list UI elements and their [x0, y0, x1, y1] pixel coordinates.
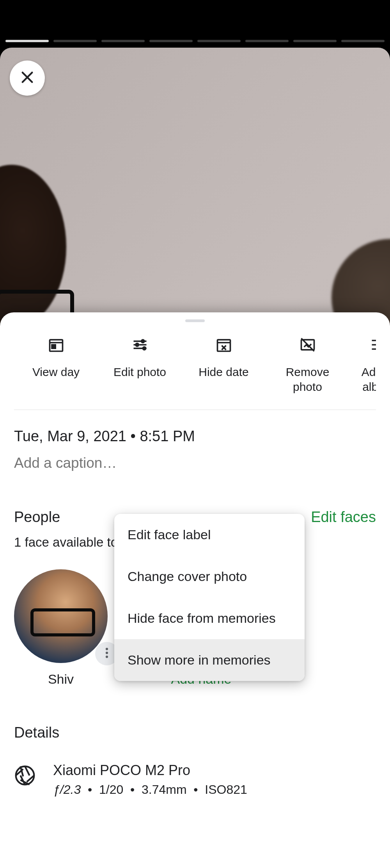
action-label: Hide date: [199, 365, 248, 380]
sheet-grabber[interactable]: [185, 319, 205, 322]
progress-seg: [341, 40, 385, 42]
action-add-to-album[interactable]: Add to album: [347, 336, 376, 394]
action-label: View day: [32, 365, 80, 380]
edit-faces-link[interactable]: Edit faces: [311, 509, 376, 526]
action-remove-photo[interactable]: Remove photo: [266, 336, 349, 394]
camera-detail-row: Xiaomi POCO M2 Pro ƒ/2.3 • 1/20 • 3.74mm…: [14, 762, 376, 797]
person-name: Shiv: [48, 672, 74, 687]
camera-iso: ISO821: [205, 782, 247, 797]
camera-aperture: ƒ/2.3: [53, 782, 81, 797]
svg-point-2: [141, 340, 144, 342]
action-edit-photo[interactable]: Edit photo: [98, 336, 182, 394]
details-title: Details: [14, 724, 376, 741]
caption-input[interactable]: [14, 455, 376, 471]
action-label: Add to album: [362, 365, 376, 394]
svg-point-7: [106, 648, 108, 650]
image-off-icon: [299, 336, 316, 356]
camera-shutter: 1/20: [99, 782, 123, 797]
face-options-menu[interactable]: Edit face label Change cover photo Hide …: [114, 514, 305, 681]
action-label: Remove photo: [286, 365, 330, 394]
svg-point-4: [143, 347, 145, 350]
close-icon: [19, 69, 35, 87]
story-progress: [0, 40, 390, 42]
more-vert-icon: [105, 647, 108, 660]
sliders-icon: [131, 336, 149, 356]
svg-rect-5: [217, 340, 230, 351]
person-shiv[interactable]: Shiv: [14, 569, 108, 687]
photo-date: Tue, Mar 9, 2021: [14, 428, 126, 444]
camera-focal: 3.74mm: [142, 782, 187, 797]
photo-time: 8:51 PM: [140, 428, 195, 444]
action-label: Edit photo: [113, 365, 166, 380]
calendar-day-icon: [48, 336, 65, 356]
menu-item-change-cover[interactable]: Change cover photo: [114, 556, 305, 597]
progress-seg: [53, 40, 97, 42]
close-button[interactable]: [10, 61, 45, 96]
progress-seg: [149, 40, 193, 42]
menu-item-edit-face-label[interactable]: Edit face label: [114, 514, 305, 556]
svg-point-3: [136, 343, 138, 346]
camera-specs: ƒ/2.3 • 1/20 • 3.74mm • ISO821: [53, 782, 247, 797]
progress-seg: [5, 40, 49, 42]
playlist-add-icon: [370, 336, 376, 356]
aperture-icon: [14, 762, 36, 788]
menu-item-show-more[interactable]: Show more in memories: [114, 639, 305, 681]
svg-rect-1: [52, 345, 55, 348]
svg-point-8: [106, 652, 108, 654]
menu-item-hide-face[interactable]: Hide face from memories: [114, 597, 305, 639]
avatar[interactable]: [14, 569, 108, 663]
calendar-x-icon: [215, 336, 232, 356]
people-title: People: [14, 509, 60, 526]
camera-model: Xiaomi POCO M2 Pro: [53, 762, 247, 779]
progress-seg: [245, 40, 289, 42]
action-view-day[interactable]: View day: [14, 336, 98, 394]
datetime-sep: •: [131, 428, 140, 444]
svg-point-9: [106, 656, 108, 658]
action-hide-date[interactable]: Hide date: [182, 336, 266, 394]
progress-seg: [101, 40, 145, 42]
photo-datetime[interactable]: Tue, Mar 9, 2021 • 8:51 PM: [14, 428, 376, 445]
action-row[interactable]: View day Edit photo Hide date Remove pho…: [14, 322, 376, 410]
progress-seg: [293, 40, 337, 42]
progress-seg: [197, 40, 241, 42]
